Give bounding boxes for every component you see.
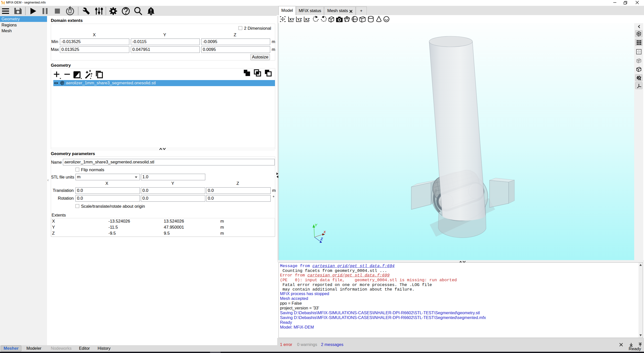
svg-text:X: X bbox=[323, 230, 326, 234]
svg-text:YZ: YZ bbox=[297, 17, 302, 21]
svg-text:XY: XY bbox=[289, 17, 294, 21]
svg-text:Z: Z bbox=[320, 237, 323, 241]
svg-text:XZ: XZ bbox=[305, 17, 310, 21]
